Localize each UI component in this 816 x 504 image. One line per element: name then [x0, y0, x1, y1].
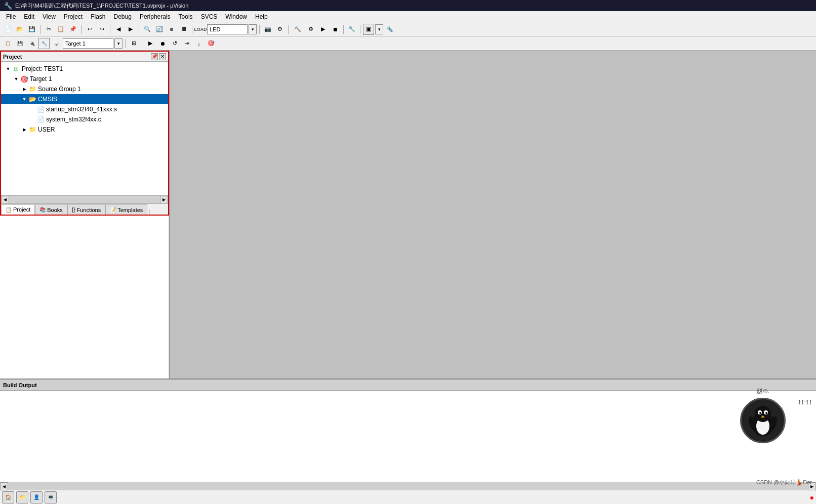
- menu-svcs[interactable]: SVCS: [197, 12, 222, 21]
- toggle-target1[interactable]: ▼: [13, 76, 19, 82]
- toggle-source-group1[interactable]: ▶: [21, 86, 27, 92]
- menu-view[interactable]: View: [38, 12, 60, 21]
- editor-area[interactable]: [170, 51, 816, 379]
- menu-help[interactable]: Help: [251, 12, 272, 21]
- batch-button[interactable]: ≣: [178, 24, 189, 35]
- paste-button[interactable]: 📌: [67, 24, 78, 35]
- tabs-separator: |: [148, 209, 150, 215]
- status-terminal-button[interactable]: 💻: [45, 491, 57, 503]
- status-person-button[interactable]: 👤: [30, 491, 43, 503]
- tree-user[interactable]: ▶ 📁 USER: [1, 124, 168, 135]
- bottom-scrollbar[interactable]: ◀ ▶: [0, 482, 816, 490]
- save-button[interactable]: 💾: [26, 24, 37, 35]
- separator9: [360, 25, 360, 34]
- project-tree: ▼ ⊞ Project: TEST1 ▼ 🎯 Target 1 ▶ 📁: [1, 62, 168, 195]
- build-output-title: Build Output: [3, 382, 37, 388]
- t2-sep2: [142, 39, 142, 48]
- tree-project-label: Project: TEST1: [22, 65, 63, 72]
- led-dropdown[interactable]: ▾: [249, 24, 257, 34]
- forward-button[interactable]: ▶: [125, 24, 136, 35]
- tree-system-label: system_stm32f4xx.c: [46, 116, 101, 123]
- load-button[interactable]: LOAD: [195, 24, 206, 35]
- tree-file-system[interactable]: ▶ 📄 system_stm32f4xx.c: [1, 114, 168, 124]
- build-output-body[interactable]: [0, 391, 816, 482]
- toggle-user[interactable]: ▶: [21, 127, 27, 133]
- settings-button[interactable]: 🔧: [346, 24, 357, 35]
- left-lower-panel: [0, 216, 169, 379]
- toggle-cmsis[interactable]: ▼: [21, 96, 27, 102]
- bottom-tabs: 📋 Project 📚 Books {} Functions 📝 Templat…: [1, 203, 168, 215]
- display-button[interactable]: ▣: [363, 24, 374, 35]
- menu-flash[interactable]: Flash: [87, 12, 109, 21]
- toolbar2-btn1[interactable]: 📋: [2, 38, 13, 49]
- menu-file[interactable]: File: [2, 12, 20, 21]
- target-icon: 🎯: [20, 75, 28, 83]
- toolbar2-btn5[interactable]: 📊: [51, 38, 62, 49]
- tree-scrollbar[interactable]: ◀ ▶: [1, 195, 168, 203]
- tree-user-label: USER: [38, 126, 55, 133]
- open-file-button[interactable]: 📂: [14, 24, 25, 35]
- bottom-scroll-track[interactable]: [8, 482, 808, 490]
- bottom-section: Build Output ◀ ▶: [0, 379, 816, 490]
- tree-file-startup[interactable]: ▶ 📄 startup_stm32f40_41xxx.s: [1, 104, 168, 114]
- menu-project[interactable]: Project: [60, 12, 87, 21]
- tree-source-group1[interactable]: ▶ 📁 Source Group 1: [1, 84, 168, 94]
- undo-button[interactable]: ↩: [84, 24, 95, 35]
- step-button[interactable]: ⇥: [181, 38, 192, 49]
- tree-cmsis[interactable]: ▼ 📂 CMSIS: [1, 94, 168, 104]
- run-debug-button[interactable]: ▶: [145, 38, 156, 49]
- tab-project[interactable]: 📋 Project: [1, 204, 35, 215]
- toolbar2-btn3[interactable]: 🔌: [26, 38, 37, 49]
- find-button[interactable]: 🔍: [142, 24, 153, 35]
- camera-button[interactable]: 📷: [262, 24, 273, 35]
- config-button[interactable]: ⚙: [274, 24, 285, 35]
- menu-edit[interactable]: Edit: [20, 12, 38, 21]
- menu-window[interactable]: Window: [221, 12, 251, 21]
- menu-peripherals[interactable]: Peripherals: [136, 12, 175, 21]
- reset-button[interactable]: ↺: [169, 38, 180, 49]
- step-into-button[interactable]: ↓: [193, 38, 205, 49]
- bottom-scroll-left-button[interactable]: ◀: [0, 482, 8, 490]
- manage-components-button[interactable]: ⊞: [128, 38, 139, 49]
- display-dropdown[interactable]: ▾: [375, 24, 383, 34]
- tab-functions-label: Functions: [77, 207, 101, 213]
- scroll-left-button[interactable]: ◀: [1, 196, 9, 204]
- new-file-button[interactable]: 📄: [2, 24, 13, 35]
- tree-target1[interactable]: ▼ 🎯 Target 1: [1, 74, 168, 84]
- panel-header-icons: 📌 ✕: [151, 53, 166, 60]
- cut-button[interactable]: ✂: [43, 24, 54, 35]
- tab-books[interactable]: 📚 Books: [35, 204, 67, 215]
- scroll-track[interactable]: [9, 196, 160, 204]
- t2-sep1: [125, 39, 126, 48]
- run-button[interactable]: ▶: [317, 24, 329, 35]
- status-home-button[interactable]: 🏠: [2, 491, 14, 503]
- pin-button[interactable]: 📌: [151, 53, 158, 60]
- tool-button[interactable]: 🔩: [384, 24, 395, 35]
- back-button[interactable]: ◀: [113, 24, 124, 35]
- tab-functions[interactable]: {} Functions: [67, 204, 105, 215]
- build-output-header: Build Output: [0, 380, 816, 391]
- status-folder-button[interactable]: 📁: [16, 491, 28, 503]
- led-label-box: LED: [207, 24, 248, 34]
- stop-button[interactable]: ⏹: [330, 24, 341, 35]
- tab-templates[interactable]: 📝 Templates: [105, 204, 147, 215]
- menu-debug[interactable]: Debug: [110, 12, 136, 21]
- menu-tools[interactable]: Tools: [175, 12, 197, 21]
- redo-button[interactable]: ↪: [96, 24, 107, 35]
- separator3: [110, 25, 110, 34]
- close-panel-button[interactable]: ✕: [159, 53, 166, 60]
- toolbar2-btn4[interactable]: 🔧: [38, 38, 50, 49]
- scroll-right-button[interactable]: ▶: [160, 196, 168, 204]
- toolbar2-btn2[interactable]: 💾: [14, 38, 25, 49]
- rebuild-button[interactable]: ♻: [305, 24, 316, 35]
- start-stop-button[interactable]: ⏺: [157, 38, 168, 49]
- project-panel-title: Project: [3, 54, 22, 60]
- trace-button[interactable]: 🎯: [206, 38, 217, 49]
- replace-button[interactable]: 🔄: [154, 24, 165, 35]
- match-button[interactable]: ≡: [166, 24, 177, 35]
- toggle-project[interactable]: ▼: [5, 66, 11, 72]
- copy-button[interactable]: 📋: [55, 24, 66, 35]
- tree-project-root[interactable]: ▼ ⊞ Project: TEST1: [1, 64, 168, 74]
- build-button[interactable]: 🔨: [291, 24, 304, 35]
- target-dropdown[interactable]: ▾: [114, 38, 123, 49]
